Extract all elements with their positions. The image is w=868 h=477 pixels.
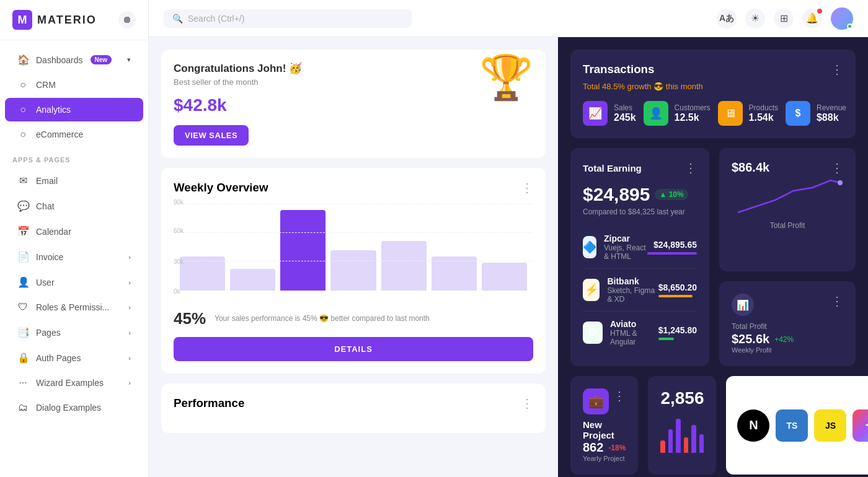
bar-5 [381,241,427,291]
customers-value: 12.5k [675,112,711,123]
sidebar-item-chat[interactable]: 💬 Chat [5,194,143,218]
profit-chart-card: $86.4k ⋮ Total Profit [719,148,856,271]
profit-mini-value: $25.6k [732,332,769,346]
main-area: 🔍 Search (Ctrl+/) Aあ ☀ ⊞ 🔔 Congratulatio… [149,0,868,477]
theme-icon[interactable]: ☀ [745,9,765,28]
sidebar-item-ecommerce[interactable]: ○ eCommerce [5,123,143,146]
sidebar-item-analytics[interactable]: ○ Analytics [5,98,143,121]
lock-icon: 🔒 [17,352,29,364]
sidebar-item-dashboards[interactable]: 🏠 Dashboards New ▾ [5,48,143,72]
sidebar-item-label: eCommerce [36,129,83,139]
bottom-row: 💼 ⋮ New Project 862 -18% Yearly Project … [570,376,856,475]
sidebar-item-calendar[interactable]: 📅 Calendar [5,219,143,243]
apps-pages-section: APPS & PAGES [0,147,148,167]
sales-value: 245k [614,112,636,123]
total-earning-card: Total Earning ⋮ $24,895 ▲ 10% Compared t… [570,148,709,366]
weekly-overview-card: Weekly Overview ⋮ [161,168,546,374]
sidebar-item-label: Analytics [36,105,71,115]
project-menu-icon[interactable]: ⋮ [613,388,626,419]
tx-menu-icon[interactable]: ⋮ [831,62,843,77]
left-panel: Congratulations John! 🥳 Best seller of t… [149,37,558,477]
profit-chart-label: Total Profit [732,221,843,230]
sidebar-item-wizard[interactable]: ··· Wizard Examples › [5,371,143,395]
pages-icon: 📑 [17,326,29,338]
chevron-down-icon: ▾ [127,56,131,64]
project-value: 862 -18% [583,440,626,455]
sidebar-item-label: Dashboards [36,55,83,65]
profit-chart-menu[interactable]: ⋮ [831,160,843,175]
y-label-90: 90k [174,199,184,206]
aviato-amount: $1,245.80 [658,325,697,340]
earning-menu-icon[interactable]: ⋮ [684,160,697,175]
products-label: Products [749,103,778,112]
y-label-60: 60k [174,227,184,234]
bitbank-tech: Sketch, Figma & XD [607,286,658,304]
online-indicator [847,24,852,29]
earning-pct: ▲ 10% [655,189,688,200]
sales-label: Sales [614,103,636,112]
y-label-30: 30k [174,258,184,265]
svg-point-0 [838,180,843,185]
zipcar-bar [647,252,697,255]
record-button[interactable]: ⏺ [118,11,136,28]
chevron-right-icon: › [128,379,131,387]
chevron-right-icon: › [128,354,131,362]
y-label-0: 0k [174,288,180,295]
search-box[interactable]: 🔍 Search (Ctrl+/) [164,9,412,28]
middle-row: Total Earning ⋮ $24,895 ▲ 10% Compared t… [570,148,856,366]
translate-icon[interactable]: Aあ [717,9,737,28]
sidebar-item-roles[interactable]: 🛡 Roles & Permissi... › [5,295,143,319]
sidebar: M MATERIO ⏺ 🏠 Dashboards New ▾ ○ CRM ○ A… [0,0,149,477]
sidebar-item-user[interactable]: 👤 User › [5,270,143,294]
sidebar-item-label: Wizard Examples [36,378,104,388]
mini-menu-icon[interactable]: ⋮ [831,294,843,322]
earning-row-zipcar: 🔷 Zipcar Vuejs, React & HTML $24,895.65 [583,226,697,269]
weekly-percentage: 45% [174,309,206,328]
notification-icon[interactable]: 🔔 [802,9,822,28]
earning-amount: $24,895 ▲ 10% [583,184,697,205]
sidebar-item-dialog[interactable]: 🗂 Dialog Examples [5,396,143,419]
avatar-container[interactable] [831,7,853,30]
sidebar-item-label: Invoice [36,252,63,262]
sidebar-item-label: Email [36,176,58,186]
zipcar-logo: 🔷 [583,236,596,258]
weekly-chart: 90k 60k 30k 0k [174,204,533,303]
sidebar-item-label: Dialog Examples [36,403,101,413]
weekly-footer: 45% Your sales performance is 45% 😎 bett… [174,309,533,328]
sidebar-item-email[interactable]: ✉ Email [5,168,143,193]
project-title: New Project [583,419,626,440]
logo-icon: M [12,10,32,30]
transactions-subtitle: Total 48.5% growth 😎 this month [583,82,843,91]
weekly-title: Weekly Overview [174,181,268,195]
search-icon: 🔍 [172,14,183,24]
typescript-logo: TS [776,409,808,442]
chevron-right-icon: › [128,279,131,286]
number-card: 2,856 [648,376,716,475]
aviato-logo: ⚙ [583,322,603,344]
sidebar-item-pages[interactable]: 📑 Pages › [5,320,143,344]
tx-products: 🖥 Products 1.54k [718,101,778,126]
details-button[interactable]: DETAILS [174,337,533,361]
topbar: 🔍 Search (Ctrl+/) Aあ ☀ ⊞ 🔔 [149,0,868,37]
figma-logo: ✦ [852,409,868,442]
weekly-menu-icon[interactable]: ⋮ [521,180,533,195]
home-icon: 🏠 [17,54,29,66]
performance-menu-icon[interactable]: ⋮ [521,396,533,411]
user-icon: 👤 [17,276,29,288]
sidebar-item-auth[interactable]: 🔒 Auth Pages › [5,346,143,370]
sidebar-item-label: Chat [36,201,55,211]
products-icon: 🖥 [718,101,743,126]
grid-icon[interactable]: ⊞ [774,9,794,28]
sidebar-item-invoice[interactable]: 📄 Invoice › [5,245,143,269]
tx-stats: 📈 Sales 245k 👤 Customers 12.5k [583,101,843,126]
sidebar-item-crm[interactable]: ○ CRM [5,73,143,97]
sidebar-item-label: Calendar [36,227,71,237]
zipcar-tech: Vuejs, React & HTML [604,243,647,261]
view-sales-button[interactable]: VIEW SALES [174,125,249,146]
invoice-icon: 📄 [17,251,29,263]
javascript-logo: JS [814,409,846,442]
chevron-right-icon: › [128,329,131,336]
app-name: MATERIO [37,14,97,27]
earning-compare: Compared to $84,325 last year [583,208,697,216]
bitbank-amount: $8,650.20 [658,282,697,297]
